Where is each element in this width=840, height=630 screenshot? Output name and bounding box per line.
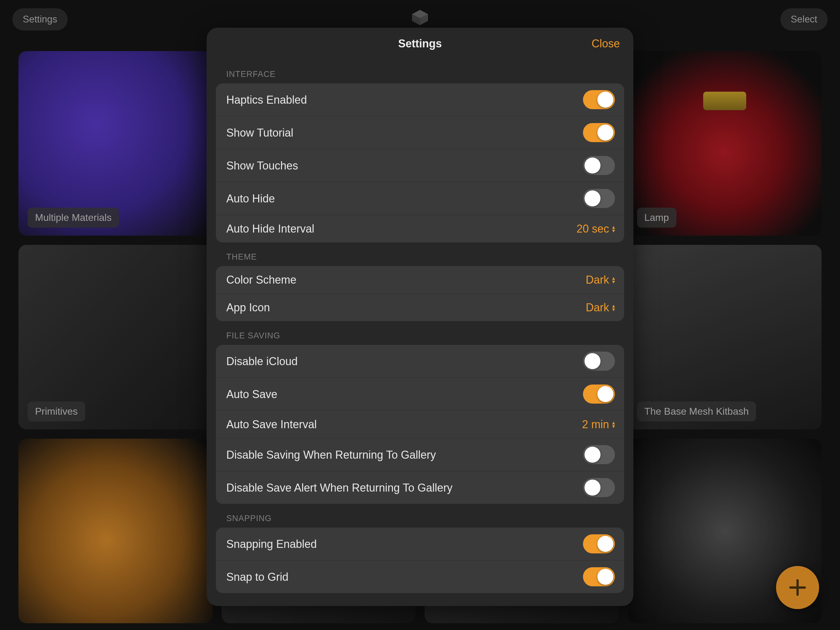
row-show-touches: Show Touches bbox=[216, 149, 624, 182]
row-disable-save-alert: Disable Save Alert When Returning To Gal… bbox=[216, 471, 624, 504]
row-label: Auto Hide Interval bbox=[226, 222, 314, 236]
row-color-scheme[interactable]: Color Scheme Dark▴▾ bbox=[216, 266, 624, 293]
row-label: Haptics Enabled bbox=[226, 93, 307, 107]
toggle-snapping-enabled[interactable] bbox=[583, 534, 615, 553]
row-label: App Icon bbox=[226, 301, 270, 314]
chevron-up-down-icon: ▴▾ bbox=[612, 225, 615, 233]
settings-modal: Settings Close INTERFACE Haptics Enabled… bbox=[207, 28, 633, 606]
settings-group-snapping: Snapping Enabled Snap to Grid bbox=[216, 527, 624, 593]
toggle-disable-icloud[interactable] bbox=[583, 351, 615, 371]
row-snap-to-grid: Snap to Grid bbox=[216, 560, 624, 593]
row-label: Show Tutorial bbox=[226, 126, 293, 140]
section-header-interface: INTERFACE bbox=[216, 60, 624, 83]
value-app-icon: Dark▴▾ bbox=[586, 301, 615, 314]
value-color-scheme: Dark▴▾ bbox=[586, 274, 615, 287]
toggle-show-tutorial[interactable] bbox=[583, 123, 615, 142]
row-disable-icloud: Disable iCloud bbox=[216, 345, 624, 377]
toggle-show-touches[interactable] bbox=[583, 156, 615, 175]
row-label: Disable Saving When Returning To Gallery bbox=[226, 448, 436, 462]
row-label: Snap to Grid bbox=[226, 570, 288, 584]
row-show-tutorial: Show Tutorial bbox=[216, 116, 624, 149]
chevron-up-down-icon: ▴▾ bbox=[612, 304, 615, 311]
row-label: Auto Save bbox=[226, 387, 277, 401]
row-auto-hide-interval[interactable]: Auto Hide Interval 20 sec▴▾ bbox=[216, 215, 624, 242]
section-header-theme: THEME bbox=[216, 242, 624, 266]
row-label: Auto Hide bbox=[226, 192, 275, 206]
close-button[interactable]: Close bbox=[592, 37, 620, 50]
modal-header: Settings Close bbox=[207, 28, 633, 60]
settings-group-theme: Color Scheme Dark▴▾ App Icon Dark▴▾ bbox=[216, 266, 624, 321]
value-auto-save-interval: 2 min▴▾ bbox=[582, 418, 615, 431]
settings-group-interface: Haptics Enabled Show Tutorial Show Touch… bbox=[216, 83, 624, 242]
toggle-auto-hide[interactable] bbox=[583, 189, 615, 208]
chevron-up-down-icon: ▴▾ bbox=[612, 276, 615, 283]
section-header-file-saving: FILE SAVING bbox=[216, 321, 624, 345]
modal-body[interactable]: INTERFACE Haptics Enabled Show Tutorial … bbox=[207, 60, 633, 606]
row-haptics: Haptics Enabled bbox=[216, 83, 624, 116]
toggle-auto-save[interactable] bbox=[583, 385, 615, 404]
row-label: Snapping Enabled bbox=[226, 537, 317, 551]
row-snapping-enabled: Snapping Enabled bbox=[216, 527, 624, 560]
toggle-snap-to-grid[interactable] bbox=[583, 567, 615, 586]
settings-group-file-saving: Disable iCloud Auto Save Auto Save Inter… bbox=[216, 345, 624, 504]
row-label: Color Scheme bbox=[226, 273, 297, 287]
modal-title: Settings bbox=[398, 37, 442, 50]
toggle-disable-saving-return[interactable] bbox=[583, 445, 615, 464]
toggle-disable-save-alert[interactable] bbox=[583, 478, 615, 497]
chevron-up-down-icon: ▴▾ bbox=[612, 421, 615, 428]
section-header-snapping: SNAPPING bbox=[216, 504, 624, 527]
toggle-haptics[interactable] bbox=[583, 90, 615, 109]
row-app-icon[interactable]: App Icon Dark▴▾ bbox=[216, 293, 624, 321]
value-auto-hide-interval: 20 sec▴▾ bbox=[576, 222, 615, 235]
row-disable-saving-return: Disable Saving When Returning To Gallery bbox=[216, 438, 624, 471]
row-auto-save: Auto Save bbox=[216, 377, 624, 410]
row-auto-save-interval[interactable]: Auto Save Interval 2 min▴▾ bbox=[216, 410, 624, 438]
row-label: Disable iCloud bbox=[226, 355, 298, 368]
row-label: Disable Save Alert When Returning To Gal… bbox=[226, 481, 453, 495]
row-label: Auto Save Interval bbox=[226, 418, 317, 431]
row-label: Show Touches bbox=[226, 159, 298, 173]
row-auto-hide: Auto Hide bbox=[216, 182, 624, 215]
